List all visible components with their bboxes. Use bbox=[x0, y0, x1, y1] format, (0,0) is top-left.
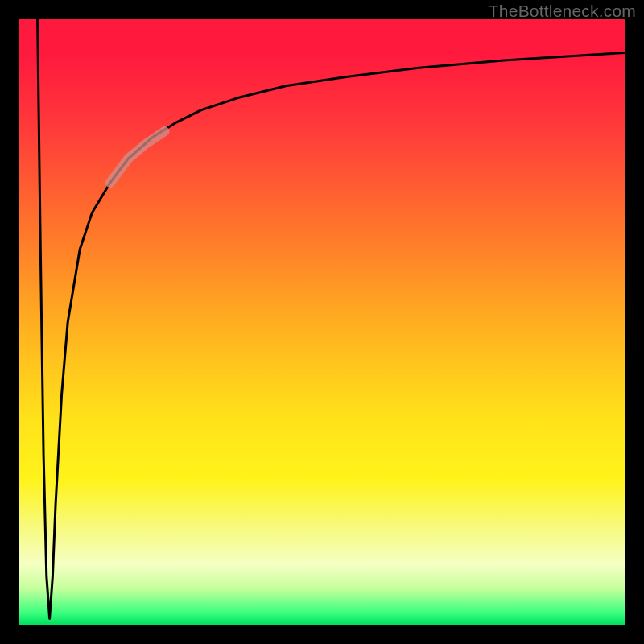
highlight-segment bbox=[110, 131, 165, 183]
watermark-text: TheBottleneck.com bbox=[489, 2, 636, 21]
plot-area bbox=[19, 19, 625, 625]
bottleneck-curve bbox=[38, 19, 625, 619]
chart-frame: TheBottleneck.com bbox=[0, 0, 644, 644]
curve-layer bbox=[19, 19, 625, 625]
